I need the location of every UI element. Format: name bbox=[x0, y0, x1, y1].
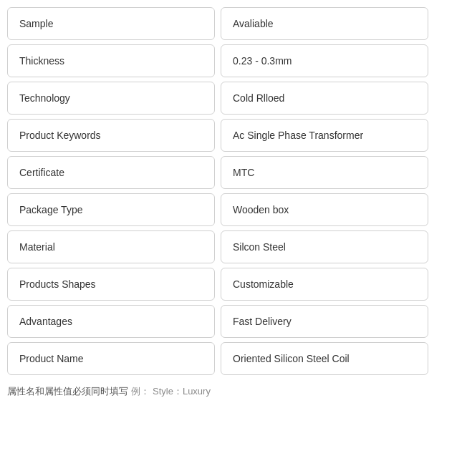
table-row: Thickness0.23 - 0.3mm bbox=[7, 44, 460, 77]
cell-label-1: Thickness bbox=[7, 44, 215, 77]
table-row: Product KeywordsAc Single Phase Transfor… bbox=[7, 119, 460, 152]
cell-value-2: Cold Rlloed bbox=[221, 82, 428, 115]
table-row: Package TypeWooden box bbox=[7, 193, 460, 226]
footer-hint: 属性名和属性值必须同时填写 例： Style：Luxury bbox=[0, 379, 467, 401]
cell-value-6: Silcon Steel bbox=[221, 230, 428, 263]
cell-value-4: MTC bbox=[221, 156, 428, 189]
cell-value-5: Wooden box bbox=[221, 193, 428, 226]
cell-label-8: Advantages bbox=[7, 305, 215, 338]
cell-value-1: 0.23 - 0.3mm bbox=[221, 44, 428, 77]
cell-label-2: Technology bbox=[7, 82, 215, 115]
cell-label-9: Product Name bbox=[7, 342, 215, 375]
attributes-table: SampleAvaliableThickness0.23 - 0.3mmTech… bbox=[0, 0, 467, 375]
cell-value-9: Oriented Silicon Steel Coil bbox=[221, 342, 428, 375]
table-row: MaterialSilcon Steel bbox=[7, 230, 460, 263]
cell-label-5: Package Type bbox=[7, 193, 215, 226]
cell-value-3: Ac Single Phase Transformer bbox=[221, 119, 428, 152]
example-label: 例： bbox=[131, 385, 150, 398]
cell-label-4: Certificate bbox=[7, 156, 215, 189]
cell-label-6: Material bbox=[7, 230, 215, 263]
cell-label-3: Product Keywords bbox=[7, 119, 215, 152]
hint-text: 属性名和属性值必须同时填写 bbox=[7, 385, 128, 398]
table-row: Product NameOriented Silicon Steel Coil bbox=[7, 342, 460, 375]
table-row: TechnologyCold Rlloed bbox=[7, 82, 460, 115]
cell-label-7: Products Shapes bbox=[7, 268, 215, 301]
table-row: SampleAvaliable bbox=[7, 7, 460, 40]
cell-value-7: Customizable bbox=[221, 268, 428, 301]
table-row: AdvantagesFast Delivery bbox=[7, 305, 460, 338]
cell-value-8: Fast Delivery bbox=[221, 305, 428, 338]
example-text: Style：Luxury bbox=[153, 385, 211, 398]
table-row: CertificateMTC bbox=[7, 156, 460, 189]
cell-label-0: Sample bbox=[7, 7, 215, 40]
table-row: Products ShapesCustomizable bbox=[7, 268, 460, 301]
cell-value-0: Avaliable bbox=[221, 7, 428, 40]
